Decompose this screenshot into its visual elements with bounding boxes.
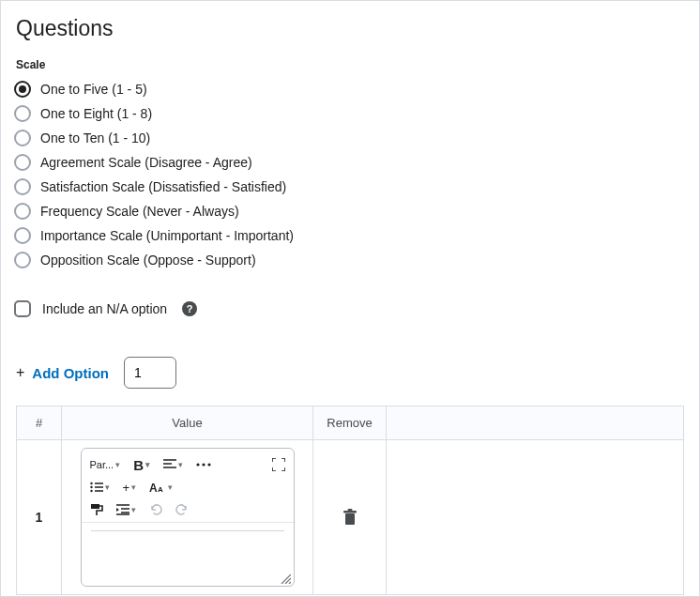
svg-point-4 — [90, 486, 92, 488]
svg-rect-9 — [345, 513, 355, 525]
fullscreen-button[interactable] — [269, 454, 288, 475]
questions-panel: Questions Scale One to Five (1 - 5)One t… — [0, 0, 700, 597]
row-number: 1 — [17, 440, 62, 595]
scale-radio-option[interactable]: One to Five (1 - 5) — [14, 79, 684, 100]
resize-handle-icon[interactable] — [280, 573, 291, 584]
svg-point-0 — [196, 463, 199, 466]
paragraph-style-dropdown[interactable]: Par...▾ — [87, 454, 124, 475]
radio-icon[interactable] — [14, 154, 31, 171]
radio-icon[interactable] — [14, 178, 31, 195]
scale-radio-option[interactable]: One to Ten (1 - 10) — [14, 128, 684, 148]
svg-point-3 — [90, 482, 92, 484]
svg-point-2 — [207, 463, 210, 466]
rich-text-editor[interactable]: Par...▾ B▾ ▾ — [81, 448, 295, 587]
add-option-button[interactable]: + Add Option — [16, 364, 109, 381]
options-table: # Value Remove 1 Par...▾ B▾ — [16, 406, 684, 595]
radio-label: One to Eight (1 - 8) — [40, 106, 152, 121]
editor-toolbar: Par...▾ B▾ ▾ — [82, 449, 294, 523]
na-option-row: Include an N/A option ? — [14, 300, 684, 317]
radio-label: One to Ten (1 - 10) — [40, 130, 150, 145]
bold-button[interactable]: B▾ — [130, 454, 153, 475]
scale-radio-option[interactable]: Frequency Scale (Never - Always) — [14, 201, 684, 222]
indent-button[interactable]: ▾ — [114, 499, 139, 520]
scale-radio-group: One to Five (1 - 5)One to Eight (1 - 8)O… — [14, 79, 684, 270]
col-header-value: Value — [62, 406, 313, 440]
svg-rect-8 — [91, 504, 99, 509]
radio-label: Frequency Scale (Never - Always) — [40, 204, 239, 219]
svg-point-5 — [90, 490, 92, 492]
radio-icon[interactable] — [14, 227, 31, 244]
scale-radio-option[interactable]: Agreement Scale (Disagree - Agree) — [14, 152, 684, 173]
align-button[interactable]: ▾ — [160, 454, 186, 475]
table-row: 1 Par...▾ B▾ ▾ — [17, 440, 684, 595]
radio-label: Importance Scale (Unimportant - Importan… — [40, 228, 294, 243]
scale-radio-option[interactable]: One to Eight (1 - 8) — [14, 103, 684, 124]
radio-icon[interactable] — [14, 81, 31, 98]
add-option-row: + Add Option — [16, 357, 684, 389]
add-option-count-input[interactable] — [124, 357, 176, 389]
scale-radio-option[interactable]: Importance Scale (Unimportant - Importan… — [14, 225, 684, 246]
na-checkbox-label: Include an N/A option — [42, 301, 167, 316]
redo-button[interactable] — [173, 499, 191, 520]
radio-icon[interactable] — [14, 252, 31, 268]
plus-icon: + — [16, 364, 24, 381]
more-button[interactable] — [193, 454, 214, 475]
undo-button[interactable] — [146, 499, 165, 520]
radio-label: Agreement Scale (Disagree - Agree) — [40, 155, 252, 170]
radio-icon[interactable] — [14, 203, 31, 220]
list-button[interactable]: ▾ — [87, 477, 113, 498]
scale-radio-option[interactable]: Satisfaction Scale (Dissatisfied - Satis… — [14, 176, 684, 197]
remove-row-button[interactable] — [339, 505, 361, 529]
radio-icon[interactable] — [14, 130, 31, 146]
insert-button[interactable]: +▾ — [120, 477, 140, 498]
radio-label: One to Five (1 - 5) — [40, 82, 147, 97]
editor-textarea[interactable] — [91, 528, 284, 578]
svg-rect-10 — [343, 511, 357, 513]
svg-point-1 — [202, 463, 205, 466]
add-option-label: Add Option — [32, 365, 109, 381]
na-checkbox[interactable] — [14, 300, 31, 317]
svg-text:A: A — [149, 482, 158, 494]
help-icon[interactable]: ? — [182, 301, 197, 316]
row-value-cell: Par...▾ B▾ ▾ — [62, 440, 313, 595]
col-header-blank — [387, 406, 684, 440]
format-paint-button[interactable] — [87, 499, 106, 520]
col-header-remove: Remove — [313, 406, 387, 440]
radio-label: Opposition Scale (Oppose - Support) — [40, 253, 256, 268]
radio-label: Satisfaction Scale (Dissatisfied - Satis… — [40, 179, 286, 194]
svg-rect-11 — [347, 509, 352, 511]
row-blank-cell — [387, 440, 684, 595]
trash-icon — [342, 509, 358, 526]
scale-radio-option[interactable]: Opposition Scale (Oppose - Support) — [14, 250, 684, 270]
font-size-button[interactable]: AA ▾ — [146, 477, 175, 498]
col-header-number: # — [17, 406, 62, 440]
svg-text:A: A — [158, 485, 163, 494]
page-title: Questions — [16, 16, 684, 41]
radio-icon[interactable] — [14, 105, 31, 122]
scale-group-label: Scale — [16, 58, 684, 71]
row-remove-cell — [313, 440, 387, 595]
